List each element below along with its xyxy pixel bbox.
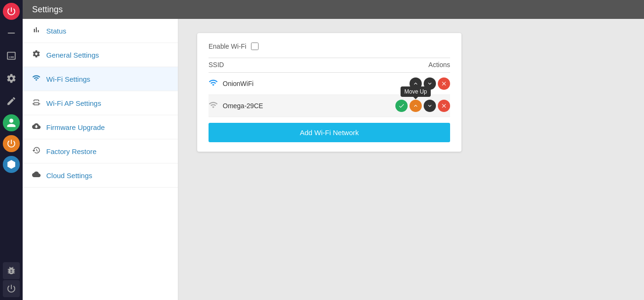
terminal-icon[interactable] <box>0 44 23 67</box>
network-actions-1 <box>410 77 450 90</box>
main-content: Enable Wi-Fi SSID Actions OnionWiFi <box>178 19 644 300</box>
sidebar-item-firmware[interactable]: Firmware Upgrade <box>23 115 178 139</box>
ssid-header: SSID <box>209 61 224 69</box>
sidebar-label-cloud: Cloud Settings <box>46 171 92 180</box>
wifi-card: Enable Wi-Fi SSID Actions OnionWiFi <box>197 33 461 152</box>
router-icon <box>32 98 41 108</box>
sidebar-label-status: Status <box>46 27 67 35</box>
sidebar-label-firmware: Firmware Upgrade <box>46 123 105 131</box>
connect-btn-2[interactable] <box>395 100 408 112</box>
actions-header: Actions <box>428 61 450 69</box>
move-down-btn-2[interactable] <box>424 100 436 112</box>
remove-btn-1[interactable] <box>438 77 450 90</box>
svg-rect-0 <box>8 33 15 34</box>
content-area: Status General Settings Wi-Fi Settings W… <box>23 19 644 300</box>
network-actions-2: Move Up <box>395 100 450 112</box>
sidebar-item-factory[interactable]: Factory Restore <box>23 139 178 163</box>
bug-icon[interactable] <box>3 262 20 279</box>
enable-wifi-label: Enable Wi-Fi <box>209 43 246 50</box>
add-wifi-network-btn[interactable]: Add Wi-Fi Network <box>209 123 450 142</box>
remove-btn-2[interactable] <box>438 100 450 112</box>
settings-icon <box>32 50 41 60</box>
enable-wifi-checkbox[interactable] <box>251 43 259 50</box>
network-row-2: Omega-29CE Move Up <box>209 95 450 117</box>
page-header: Settings <box>23 0 644 19</box>
sidebar-item-cloud[interactable]: Cloud Settings <box>23 163 178 188</box>
download-icon <box>32 122 41 132</box>
sidebar-item-wifi[interactable]: Wi-Fi Settings <box>23 67 178 91</box>
enable-wifi-row: Enable Wi-Fi <box>209 43 450 50</box>
chart-icon <box>32 26 41 36</box>
table-header: SSID Actions <box>209 58 450 73</box>
wifi-nav-icon <box>32 74 41 84</box>
network-row-1: OnionWiFi <box>209 73 450 95</box>
network-name-1: OnionWiFi <box>223 80 410 87</box>
gear-icon[interactable] <box>0 67 23 90</box>
restore-icon <box>32 146 41 156</box>
network-name-2: Omega-29CE <box>223 102 395 110</box>
sidebar-item-status[interactable]: Status <box>23 19 178 43</box>
shutdown-icon[interactable] <box>3 280 20 297</box>
person-icon[interactable] <box>3 114 20 131</box>
edit-icon[interactable] <box>0 90 23 112</box>
icon-bar <box>0 0 23 300</box>
move-up-btn-1[interactable] <box>410 77 422 90</box>
page-title: Settings <box>32 5 63 15</box>
sidebar-label-wifi: Wi-Fi Settings <box>46 75 90 83</box>
sidebar-label-general: General Settings <box>46 51 99 59</box>
move-up-btn-2[interactable]: Move Up <box>410 100 422 112</box>
box-icon[interactable] <box>3 156 20 173</box>
sidebar: Status General Settings Wi-Fi Settings W… <box>23 19 178 300</box>
sidebar-item-general[interactable]: General Settings <box>23 43 178 67</box>
main-wrapper: Settings Status General Settings W <box>23 0 644 300</box>
move-down-btn-1[interactable] <box>424 77 436 90</box>
sidebar-label-wifi-ap: Wi-Fi AP Settings <box>46 99 101 107</box>
cloud-icon <box>32 170 41 180</box>
power3-icon[interactable] <box>3 135 20 152</box>
wifi-signal-icon-2 <box>209 100 218 112</box>
power-icon[interactable] <box>3 3 20 20</box>
wifi-signal-icon-1 <box>209 78 218 90</box>
minus-icon[interactable] <box>0 22 23 44</box>
sidebar-label-factory: Factory Restore <box>46 147 97 155</box>
sidebar-item-wifi-ap[interactable]: Wi-Fi AP Settings <box>23 91 178 115</box>
